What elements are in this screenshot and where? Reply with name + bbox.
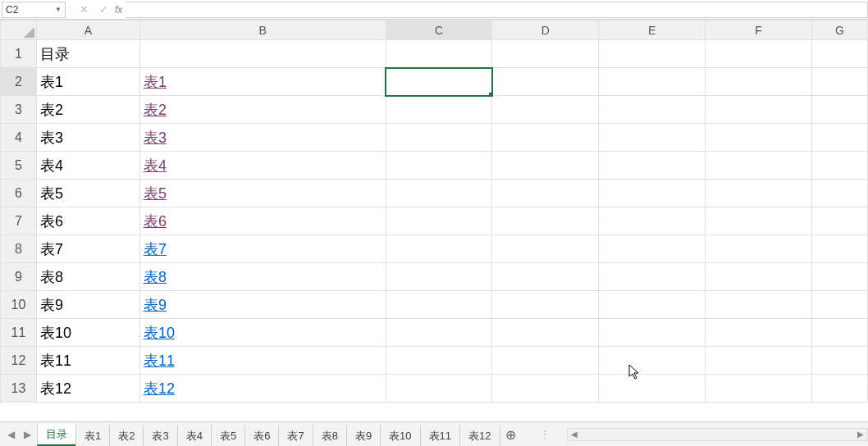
cell-C1[interactable] xyxy=(386,40,492,68)
cell-G9[interactable] xyxy=(812,263,868,291)
cell-G8[interactable] xyxy=(812,235,868,263)
cell-D3[interactable] xyxy=(492,96,599,124)
cell-E5[interactable] xyxy=(599,152,706,180)
cell-D13[interactable] xyxy=(492,375,599,403)
cell-D1[interactable] xyxy=(492,40,599,68)
cell-F3[interactable] xyxy=(706,96,812,124)
column-header-G[interactable]: G xyxy=(812,20,868,40)
cell-G2[interactable] xyxy=(812,68,868,96)
column-header-D[interactable]: D xyxy=(492,20,599,40)
cell-A11[interactable]: 表10 xyxy=(36,319,139,347)
cell-D4[interactable] xyxy=(492,124,599,152)
cell-E3[interactable] xyxy=(599,96,706,124)
cell-D7[interactable] xyxy=(492,207,599,235)
cell-D12[interactable] xyxy=(492,347,599,375)
cell-C4[interactable] xyxy=(386,124,492,152)
cell-F6[interactable] xyxy=(706,180,812,207)
cell-E12[interactable] xyxy=(599,347,706,375)
cell-A3[interactable]: 表2 xyxy=(36,96,139,124)
sheet-tab-表12[interactable]: 表12 xyxy=(459,426,500,446)
cell-F12[interactable] xyxy=(706,347,812,375)
sheet-tab-目录[interactable]: 目录 xyxy=(37,424,76,446)
cell-B10[interactable]: 表9 xyxy=(139,291,386,319)
cell-G4[interactable] xyxy=(812,124,868,152)
cell-F7[interactable] xyxy=(706,207,812,235)
cell-G12[interactable] xyxy=(812,347,868,375)
cell-E10[interactable] xyxy=(599,291,706,319)
cell-A1[interactable]: 目录 xyxy=(36,40,139,68)
cell-D9[interactable] xyxy=(492,263,599,291)
cell-D8[interactable] xyxy=(492,235,599,263)
sheet-tab-表4[interactable]: 表4 xyxy=(177,426,212,446)
column-header-C[interactable]: C xyxy=(386,20,492,40)
cell-A6[interactable]: 表5 xyxy=(36,180,139,207)
cell-C2[interactable] xyxy=(386,68,492,96)
cell-D11[interactable] xyxy=(492,319,599,347)
column-header-E[interactable]: E xyxy=(599,20,706,40)
cell-C5[interactable] xyxy=(386,152,492,180)
cell-C3[interactable] xyxy=(386,96,492,124)
cell-F9[interactable] xyxy=(706,263,812,291)
cell-C6[interactable] xyxy=(386,180,492,207)
cell-G5[interactable] xyxy=(812,152,868,180)
tab-nav-prev-icon[interactable]: ◀ xyxy=(5,429,16,440)
cell-B7[interactable]: 表6 xyxy=(139,207,386,235)
sheet-tab-表3[interactable]: 表3 xyxy=(143,426,177,446)
cell-C10[interactable] xyxy=(386,291,492,319)
sheet-tab-表6[interactable]: 表6 xyxy=(244,426,279,446)
cell-F11[interactable] xyxy=(706,319,812,347)
row-header-7[interactable]: 7 xyxy=(1,207,37,235)
row-header-11[interactable]: 11 xyxy=(1,319,37,347)
cell-F13[interactable] xyxy=(706,375,812,403)
cell-G13[interactable] xyxy=(812,375,868,403)
cell-B4[interactable]: 表3 xyxy=(139,124,386,152)
hscroll-left-icon[interactable]: ◀ xyxy=(568,429,581,440)
cell-D6[interactable] xyxy=(492,180,599,207)
cell-E6[interactable] xyxy=(599,180,706,207)
sheet-tab-表11[interactable]: 表11 xyxy=(420,426,460,446)
cell-C13[interactable] xyxy=(386,375,492,403)
cell-B11[interactable]: 表10 xyxy=(139,319,386,347)
cell-G10[interactable] xyxy=(812,291,868,319)
cell-G3[interactable] xyxy=(812,96,868,124)
cell-B2[interactable]: 表1 xyxy=(139,68,386,96)
cell-D5[interactable] xyxy=(492,152,599,180)
sheet-tab-表10[interactable]: 表10 xyxy=(380,426,420,446)
sheet-tab-表9[interactable]: 表9 xyxy=(346,426,381,446)
name-box-dropdown-icon[interactable]: ▼ xyxy=(55,6,62,13)
cell-A5[interactable]: 表4 xyxy=(36,152,139,180)
name-box[interactable]: C2 ▼ xyxy=(2,2,66,18)
formula-input[interactable] xyxy=(126,2,868,18)
add-sheet-button[interactable]: ⊕ xyxy=(500,422,523,446)
column-header-B[interactable]: B xyxy=(139,20,386,40)
row-header-10[interactable]: 10 xyxy=(1,291,37,319)
cell-B8[interactable]: 表7 xyxy=(139,235,386,263)
sheet-tab-表7[interactable]: 表7 xyxy=(278,426,313,446)
row-header-3[interactable]: 3 xyxy=(1,96,37,124)
cell-G6[interactable] xyxy=(812,180,868,207)
cell-E7[interactable] xyxy=(599,207,706,235)
row-header-12[interactable]: 12 xyxy=(1,347,37,375)
row-header-1[interactable]: 1 xyxy=(1,40,37,68)
cell-D2[interactable] xyxy=(492,68,599,96)
cell-E8[interactable] xyxy=(599,235,706,263)
cell-D10[interactable] xyxy=(492,291,599,319)
cell-F1[interactable] xyxy=(706,40,812,68)
cell-A13[interactable]: 表12 xyxy=(36,375,139,403)
cell-F10[interactable] xyxy=(706,291,812,319)
cell-F5[interactable] xyxy=(706,152,812,180)
sheet-tab-表8[interactable]: 表8 xyxy=(313,426,347,446)
cell-F8[interactable] xyxy=(706,235,812,263)
cell-C8[interactable] xyxy=(386,235,492,263)
formula-enter-button[interactable]: ✓ xyxy=(94,2,113,18)
fx-icon[interactable]: fx xyxy=(115,4,122,16)
cell-A4[interactable]: 表3 xyxy=(36,124,139,152)
cell-C7[interactable] xyxy=(386,207,492,235)
cell-C12[interactable] xyxy=(386,347,492,375)
column-header-F[interactable]: F xyxy=(706,20,812,40)
cell-A7[interactable]: 表6 xyxy=(36,207,139,235)
cell-C9[interactable] xyxy=(386,263,492,291)
cell-C11[interactable] xyxy=(386,319,492,347)
cell-B6[interactable]: 表5 xyxy=(139,180,386,207)
cell-E11[interactable] xyxy=(599,319,706,347)
